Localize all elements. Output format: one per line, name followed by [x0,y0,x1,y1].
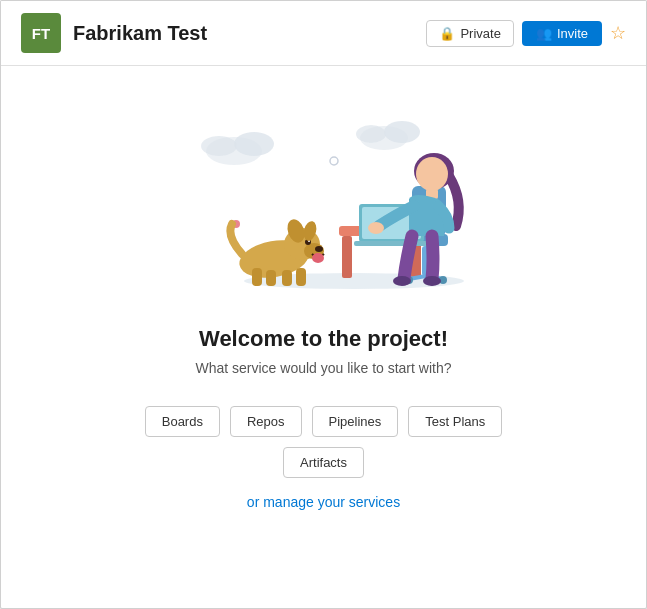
welcome-subtitle: What service would you like to start wit… [196,360,452,376]
svg-point-4 [384,121,420,143]
svg-point-2 [201,136,237,156]
star-icon[interactable]: ☆ [610,22,626,44]
invite-icon: 👥 [536,26,552,41]
svg-point-25 [368,222,384,234]
svg-point-31 [315,246,323,252]
main-content: Welcome to the project! What service wou… [1,66,646,540]
artifacts-button[interactable]: Artifacts [283,447,364,478]
project-avatar: FT [21,13,61,53]
invite-label: Invite [557,26,588,41]
private-button[interactable]: 🔒 Private [426,20,513,47]
illustration-area [1,66,646,306]
svg-rect-39 [282,270,292,286]
header-actions: 🔒 Private 👥 Invite ☆ [426,20,626,47]
svg-rect-38 [266,270,276,286]
service-buttons-row2: Artifacts [283,447,364,478]
boards-button[interactable]: Boards [145,406,220,437]
manage-services-link[interactable]: or manage your services [247,494,400,510]
svg-rect-37 [252,268,262,286]
pipelines-button[interactable]: Pipelines [312,406,399,437]
svg-point-26 [393,276,411,286]
lock-icon: 🔒 [439,26,455,41]
svg-point-5 [356,125,386,143]
header: FT Fabrikam Test 🔒 Private 👥 Invite ☆ [1,1,646,66]
app-window: FT Fabrikam Test 🔒 Private 👥 Invite ☆ [0,0,647,609]
svg-point-6 [330,157,338,165]
welcome-title: Welcome to the project! [196,326,452,352]
service-buttons-row1: Boards Repos Pipelines Test Plans [145,406,503,437]
svg-rect-40 [296,268,306,286]
test-plans-button[interactable]: Test Plans [408,406,502,437]
project-title: Fabrikam Test [73,22,426,45]
illustration-svg [154,96,494,296]
svg-rect-21 [354,241,429,246]
svg-point-36 [312,253,324,263]
welcome-section: Welcome to the project! What service wou… [176,306,472,386]
private-label: Private [460,26,500,41]
invite-button[interactable]: 👥 Invite [522,21,602,46]
svg-point-27 [423,276,441,286]
repos-button[interactable]: Repos [230,406,302,437]
svg-rect-10 [342,236,352,278]
svg-point-1 [234,132,274,156]
svg-point-23 [416,157,448,191]
